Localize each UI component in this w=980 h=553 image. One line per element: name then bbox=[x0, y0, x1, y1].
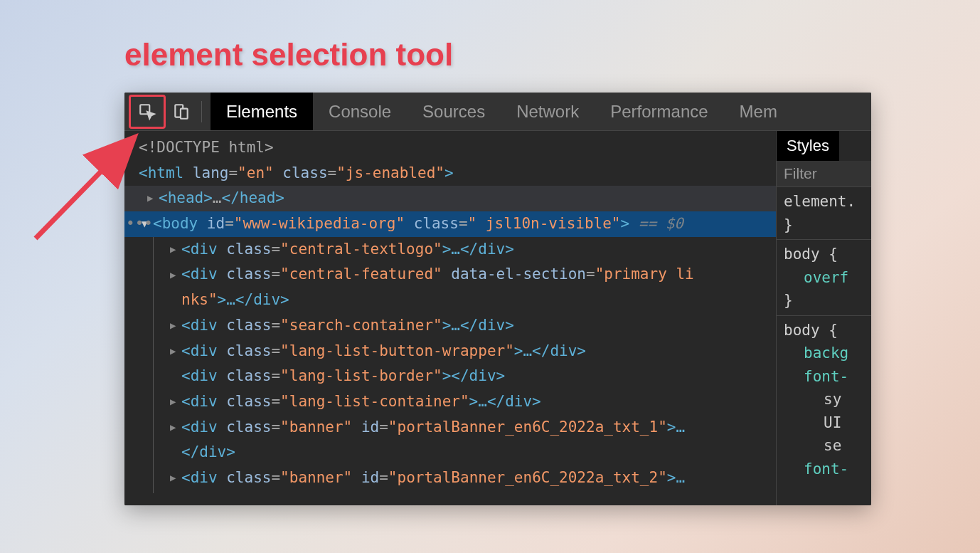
tab-performance[interactable]: Performance bbox=[595, 93, 723, 130]
dom-div-banner1-close[interactable]: </div> bbox=[124, 440, 776, 465]
dom-div-featured[interactable]: ▶<div class="central-featured" data-el-s… bbox=[124, 262, 776, 288]
expand-icon[interactable]: ▶ bbox=[170, 267, 181, 284]
svg-line-1 bbox=[36, 140, 132, 238]
dom-div-banner1[interactable]: ▶<div class="banner" id="portalBanner_en… bbox=[124, 415, 776, 441]
dom-div-langborder[interactable]: <div class="lang-list-border"></div> bbox=[124, 364, 776, 389]
tab-console[interactable]: Console bbox=[313, 93, 407, 130]
toolbar-divider bbox=[201, 101, 202, 122]
dom-doctype[interactable]: <!DOCTYPE html> bbox=[124, 135, 776, 161]
styles-tabs: Styles bbox=[777, 131, 871, 161]
dom-body-selected[interactable]: ••• ▼<body id="www-wikipedia-org" class=… bbox=[124, 211, 776, 237]
devtools-window: Elements Console Sources Network Perform… bbox=[124, 93, 871, 505]
dom-div-langbtn[interactable]: ▶<div class="lang-list-button-wrapper">…… bbox=[124, 339, 776, 364]
style-rule-element[interactable]: element. } bbox=[777, 187, 871, 240]
dom-div-featured-wrap[interactable]: nks">…</div> bbox=[124, 288, 776, 313]
svg-rect-4 bbox=[181, 108, 188, 118]
styles-panel: Styles Filter element. } body { overf } … bbox=[776, 131, 871, 505]
devtools-toolbar: Elements Console Sources Network Perform… bbox=[124, 93, 871, 131]
expand-icon[interactable]: ▶ bbox=[170, 394, 181, 411]
tab-elements[interactable]: Elements bbox=[211, 93, 313, 130]
expand-icon[interactable]: ▶ bbox=[170, 343, 181, 360]
main-area: <!DOCTYPE html> <html lang="en" class="j… bbox=[124, 131, 871, 505]
dom-div-langcontainer[interactable]: ▶<div class="lang-list-container">…</div… bbox=[124, 389, 776, 415]
expand-icon[interactable]: ▶ bbox=[170, 470, 181, 487]
style-rule-body1[interactable]: body { overf } bbox=[777, 240, 871, 316]
expand-icon[interactable]: ▶ bbox=[170, 419, 181, 436]
dom-div-banner2[interactable]: ▶<div class="banner" id="portalBanner_en… bbox=[124, 465, 776, 491]
dom-div-search[interactable]: ▶<div class="search-container">…</div> bbox=[124, 313, 776, 339]
tab-styles[interactable]: Styles bbox=[777, 131, 839, 161]
devtools-tabs: Elements Console Sources Network Perform… bbox=[211, 93, 871, 130]
device-toggle-button[interactable] bbox=[167, 95, 196, 128]
styles-rules[interactable]: element. } body { overf } body { backg f… bbox=[777, 187, 871, 505]
elements-panel[interactable]: <!DOCTYPE html> <html lang="en" class="j… bbox=[124, 131, 776, 505]
tab-sources[interactable]: Sources bbox=[407, 93, 501, 130]
dom-html[interactable]: <html lang="en" class="js-enabled"> bbox=[124, 161, 776, 186]
tab-network[interactable]: Network bbox=[501, 93, 595, 130]
style-rule-body2[interactable]: body { backg font- sy UI se font- bbox=[777, 316, 871, 484]
expand-icon[interactable]: ▶ bbox=[170, 241, 181, 258]
expand-icon[interactable]: ▶ bbox=[170, 317, 181, 335]
annotation-arrow-icon bbox=[28, 132, 149, 246]
dom-head[interactable]: ▶<head>…</head> bbox=[124, 186, 776, 211]
dom-div-textlogo[interactable]: ▶<div class="central-textlogo">…</div> bbox=[124, 237, 776, 263]
tab-memory[interactable]: Mem bbox=[724, 93, 793, 130]
annotation-title: element selection tool bbox=[124, 37, 453, 73]
styles-filter-input[interactable]: Filter bbox=[777, 161, 871, 187]
inspect-element-button[interactable] bbox=[129, 95, 166, 129]
